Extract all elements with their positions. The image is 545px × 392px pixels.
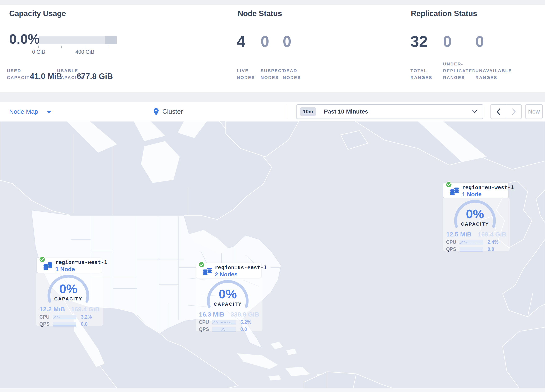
node-status-title: Node Status <box>238 9 282 18</box>
marker-header: region=us-east-1 2 Nodes <box>198 262 260 277</box>
gauge-caption: CAPACITY <box>206 301 249 307</box>
node-map <box>0 121 545 388</box>
region-marker-us-west-1[interactable]: region=us-west-1 1 Node 0% CAPACITY 12.2… <box>39 257 100 327</box>
axis-tick <box>108 46 108 48</box>
axis-tick <box>38 46 39 48</box>
time-range-label: Past 10 Minutes <box>324 108 368 115</box>
total-ranges-label: TOTAL RANGES <box>410 67 434 81</box>
map-toolbar: Node Map Cluster 10m Past 10 Minutes <box>0 102 545 121</box>
axis-tick <box>62 46 62 48</box>
node-count-label: 1 Node <box>462 191 482 198</box>
region-label: region=eu-west-1 <box>462 184 514 190</box>
capacity-bar-segment <box>105 36 117 44</box>
usable-capacity-value: 677.8 GiB <box>77 72 113 81</box>
database-stack-icon <box>202 266 212 277</box>
page-bottom-strip <box>0 388 545 392</box>
view-selector-label: Node Map <box>9 108 38 115</box>
under-replicated-ranges-label: UNDER-REPLICATED RANGES <box>443 61 480 81</box>
time-back-button[interactable] <box>491 105 506 118</box>
marker-header: region=us-west-1 1 Node <box>39 257 100 272</box>
capacity-usage-title: Capacity Usage <box>9 9 66 18</box>
breadcrumb-label: Cluster <box>162 108 183 115</box>
replication-status-title: Replication Status <box>411 9 477 18</box>
capacity-gauge: 0% CAPACITY <box>206 279 249 311</box>
cluster-summary-bar: Capacity Usage 0.0% 0 GiB 400 GiB USED C… <box>0 5 545 92</box>
axis-tick-label-0: 0 GiB <box>26 49 51 55</box>
time-nav-arrows <box>490 104 522 119</box>
unavailable-ranges-label: UNAVAILABLE RANGES <box>475 67 512 81</box>
region-marker-us-east-1[interactable]: region=us-east-1 2 Nodes 0% CAPACITY 16.… <box>198 262 260 332</box>
node-count-label: 2 Nodes <box>215 271 238 278</box>
chevron-right-icon <box>512 108 516 115</box>
view-selector-dropdown[interactable]: Node Map <box>9 107 51 116</box>
axis-tick-label-400: 400 GiB <box>72 49 97 55</box>
capacity-gauge: 0% CAPACITY <box>47 274 90 305</box>
chevron-down-icon <box>472 110 477 113</box>
node-map-page: Capacity Usage 0.0% 0 GiB 400 GiB USED C… <box>0 0 545 392</box>
time-range-selector[interactable]: 10m Past 10 Minutes <box>296 104 483 119</box>
region-label: region=us-east-1 <box>215 264 267 271</box>
gauge-caption: CAPACITY <box>453 221 496 227</box>
region-label: region=us-west-1 <box>55 259 107 265</box>
dead-nodes-label: DEAD NODES <box>283 67 305 81</box>
axis-tick <box>85 46 85 48</box>
triangle-down-icon <box>47 111 51 113</box>
under-replicated-ranges-count: 0 <box>443 33 452 50</box>
now-button[interactable]: Now <box>525 104 543 119</box>
capacity-gauge: 0% CAPACITY <box>453 199 496 230</box>
capacity-bar <box>39 36 117 44</box>
gauge-caption: CAPACITY <box>47 296 90 302</box>
capacity-used-percent: 0.0% <box>9 31 40 47</box>
total-ranges-count: 32 <box>410 33 427 50</box>
live-nodes-label: LIVE NODES <box>237 67 259 81</box>
dead-nodes-count: 0 <box>283 33 291 50</box>
database-stack-icon <box>43 261 53 271</box>
node-count-label: 1 Node <box>55 266 75 273</box>
map-pin-icon <box>153 108 159 116</box>
unavailable-ranges-count: 0 <box>475 33 484 50</box>
world-map <box>0 121 545 388</box>
region-marker-eu-west-1[interactable]: region=eu-west-1 1 Node 0% CAPACITY 12.5… <box>446 182 507 252</box>
time-range-badge: 10m <box>300 107 316 116</box>
suspect-nodes-count: 0 <box>260 33 269 50</box>
breadcrumb-cluster[interactable]: Cluster <box>153 106 183 118</box>
live-nodes-count: 4 <box>237 33 245 50</box>
gauge-percent: 0% <box>47 282 90 296</box>
gauge-percent: 0% <box>453 207 496 221</box>
database-stack-icon <box>450 186 459 197</box>
chevron-left-icon <box>496 108 500 115</box>
time-forward-button[interactable] <box>506 105 521 118</box>
toolbar-divider <box>286 105 286 118</box>
marker-header: region=eu-west-1 1 Node <box>446 182 507 197</box>
gauge-percent: 0% <box>206 287 249 301</box>
